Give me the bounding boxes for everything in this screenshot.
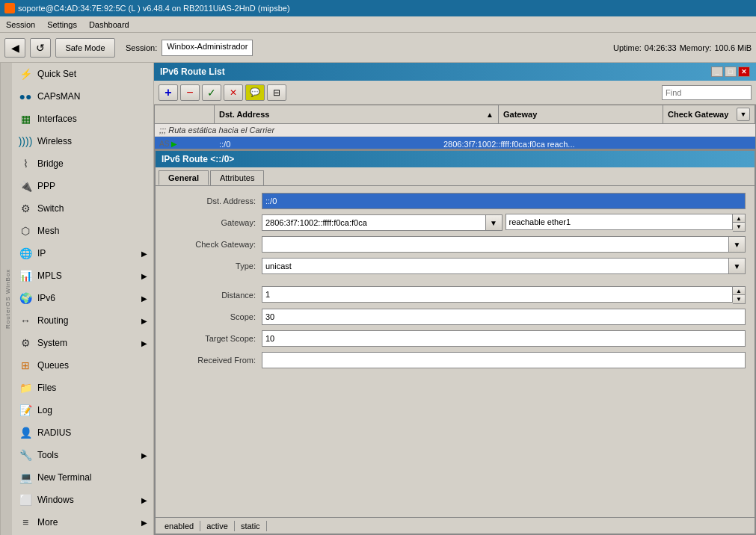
dst-address-input[interactable] bbox=[262, 193, 746, 209]
sidebar-item-switch[interactable]: ⚙ Switch bbox=[12, 197, 153, 220]
sidebar-item-wireless[interactable]: )))) Wireless bbox=[12, 130, 153, 152]
type-dropdown[interactable]: ▼ bbox=[729, 258, 746, 274]
sidebar-item-radius[interactable]: 👤 RADIUS bbox=[12, 421, 153, 444]
close-button[interactable]: ✕ bbox=[738, 67, 750, 77]
maximize-button[interactable]: □ bbox=[725, 67, 737, 77]
sidebar-item-interfaces[interactable]: ▦ IPv6 Route List Interfaces bbox=[12, 108, 153, 130]
safemode-button[interactable]: Safe Mode bbox=[55, 38, 115, 58]
distance-spin-down[interactable]: ▼ bbox=[733, 295, 745, 303]
ip-icon: 🌐 bbox=[18, 246, 33, 261]
sidebar-item-routing[interactable]: ↔ Routing ▶ bbox=[12, 309, 153, 332]
disable-route-button[interactable]: ✕ bbox=[224, 84, 243, 101]
windows-icon: ⬜ bbox=[18, 492, 33, 507]
sidebar-item-log[interactable]: 📝 Log bbox=[12, 399, 153, 421]
add-route-button[interactable]: + bbox=[159, 84, 178, 101]
system-icon: ⚙ bbox=[18, 335, 33, 350]
sidebar-item-bridge[interactable]: ⌇ Bridge bbox=[12, 152, 153, 175]
remove-route-button[interactable]: − bbox=[180, 84, 200, 101]
form-row-gateway: Gateway: ▼ ▲ ▼ bbox=[165, 214, 746, 232]
scope-input[interactable] bbox=[262, 309, 746, 325]
window-title: IPv6 Route List bbox=[160, 67, 225, 77]
sidebar-item-ip[interactable]: 🌐 IP ▶ bbox=[12, 242, 153, 265]
distance-label: Distance: bbox=[165, 291, 262, 300]
form-row-type: Type: ▼ bbox=[165, 257, 746, 275]
sidebar-item-queues[interactable]: ⊞ Queues bbox=[12, 354, 153, 377]
sidebar-item-new-terminal[interactable]: 💻 New Terminal bbox=[12, 466, 153, 489]
sidebar-label-new-terminal: New Terminal bbox=[37, 472, 91, 483]
distance-input[interactable] bbox=[262, 286, 733, 303]
sidebar-label-routing: Routing bbox=[37, 315, 68, 326]
ppp-icon: 🔌 bbox=[18, 179, 33, 194]
find-input[interactable] bbox=[662, 85, 752, 100]
sidebar-item-quick-set[interactable]: ⚡ Quick Set bbox=[12, 63, 153, 85]
comment-button[interactable]: 💬 bbox=[245, 84, 265, 101]
gateway-value-input[interactable] bbox=[262, 214, 486, 231]
gateway-spin-up[interactable]: ▲ bbox=[733, 214, 745, 223]
sidebar-label-system: System bbox=[37, 338, 67, 348]
ipv6-route-list-window: IPv6 Route List _ □ ✕ + − ✓ ✕ 💬 ⊟ bbox=[154, 63, 756, 535]
form-row-dst-address: Dst. Address: bbox=[165, 192, 746, 210]
tools-icon: 🔧 bbox=[18, 448, 33, 463]
tab-general[interactable]: General bbox=[159, 170, 209, 185]
check-gateway-dropdown[interactable]: ▼ bbox=[729, 236, 746, 253]
sidebar-item-ipv6[interactable]: 🌍 IPv6 ▶ bbox=[12, 287, 153, 309]
sidebar-item-files[interactable]: 📁 Files bbox=[12, 377, 153, 399]
distance-spinner: ▲ ▼ bbox=[733, 286, 746, 304]
filter-button[interactable]: ⊟ bbox=[267, 84, 286, 101]
sidebar-item-ppp[interactable]: 🔌 PPP bbox=[12, 175, 153, 197]
route-table: Dst. Address ▲ Gateway Check Gateway ▼ ;… bbox=[154, 105, 756, 149]
more-icon: ≡ bbox=[18, 515, 33, 530]
sidebar-wrap: RouterOS WinBox ⚡ Quick Set ●● CAPsMAN ▦… bbox=[0, 63, 154, 535]
check-gateway-input[interactable] bbox=[262, 236, 729, 253]
menu-session[interactable]: Session bbox=[3, 19, 38, 30]
status-enabled: enabled bbox=[159, 521, 200, 531]
td-flags: AS ▶ bbox=[155, 138, 215, 149]
received-from-input[interactable] bbox=[262, 352, 746, 368]
sidebar-item-mesh[interactable]: ⬡ Mesh bbox=[12, 220, 153, 242]
sidebar-label-log: Log bbox=[37, 405, 52, 415]
sidebar-item-more[interactable]: ≡ More ▶ bbox=[12, 511, 153, 534]
flag-active-arrow: ▶ bbox=[171, 140, 177, 148]
sidebar-label-more: More bbox=[37, 517, 58, 528]
distance-spin-up[interactable]: ▲ bbox=[733, 287, 745, 295]
content-area: IPv6 Route List _ □ ✕ + − ✓ ✕ 💬 ⊟ bbox=[154, 63, 756, 535]
gateway-spin-down[interactable]: ▼ bbox=[733, 223, 745, 231]
more-arrow: ▶ bbox=[141, 519, 147, 527]
routing-icon: ↔ bbox=[18, 313, 33, 328]
sidebar-item-mpls[interactable]: 📊 MPLS ▶ bbox=[12, 265, 153, 287]
sidebar-item-capsman[interactable]: ●● CAPsMAN bbox=[12, 85, 153, 108]
table-header: Dst. Address ▲ Gateway Check Gateway ▼ bbox=[155, 105, 755, 124]
gateway-type-group: ▲ ▼ bbox=[505, 214, 746, 232]
window-toolbar: + − ✓ ✕ 💬 ⊟ bbox=[154, 81, 756, 105]
main-layout: RouterOS WinBox ⚡ Quick Set ●● CAPsMAN ▦… bbox=[0, 63, 756, 535]
form-row-target-scope: Target Scope: bbox=[165, 330, 746, 347]
column-dropdown-button[interactable]: ▼ bbox=[737, 108, 750, 121]
minimize-button[interactable]: _ bbox=[711, 67, 723, 77]
sidebar-label-interfaces-text: Interfaces bbox=[37, 114, 77, 124]
ipv6-icon: 🌍 bbox=[18, 291, 33, 306]
mpls-icon: 📊 bbox=[18, 268, 33, 283]
sidebar-label-mesh: Mesh bbox=[37, 226, 59, 236]
dst-address-label: Dst. Address: bbox=[165, 197, 262, 205]
terminal-icon: 💻 bbox=[18, 470, 33, 485]
memory-label: Memory: bbox=[680, 43, 712, 52]
gateway-type-input[interactable] bbox=[505, 214, 734, 230]
window-titlebar: IPv6 Route List _ □ ✕ bbox=[154, 63, 756, 81]
type-label: Type: bbox=[165, 262, 262, 270]
sidebar-item-windows[interactable]: ⬜ Windows ▶ bbox=[12, 489, 153, 511]
th-check-gateway: Check Gateway ▼ bbox=[663, 105, 755, 123]
type-input[interactable] bbox=[262, 258, 729, 274]
back-button[interactable]: ◀ bbox=[4, 38, 25, 58]
tab-attributes[interactable]: Attributes bbox=[210, 170, 264, 185]
menu-dashboard[interactable]: Dashboard bbox=[86, 19, 132, 30]
sidebar-item-system[interactable]: ⚙ System ▶ bbox=[12, 332, 153, 354]
sidebar-label-ppp: PPP bbox=[37, 181, 55, 191]
gateway-dropdown-button[interactable]: ▼ bbox=[486, 214, 503, 231]
menu-settings[interactable]: Settings bbox=[44, 19, 80, 30]
table-row[interactable]: AS ▶ ::/0 2806:3f7:1002::ffff:f0ca:f0ca … bbox=[155, 137, 755, 149]
gateway-input-group: ▼ bbox=[262, 214, 503, 231]
enable-route-button[interactable]: ✓ bbox=[202, 84, 221, 101]
forward-button[interactable]: ↺ bbox=[30, 38, 51, 58]
target-scope-input[interactable] bbox=[262, 330, 746, 347]
sidebar-item-tools[interactable]: 🔧 Tools ▶ bbox=[12, 444, 153, 466]
